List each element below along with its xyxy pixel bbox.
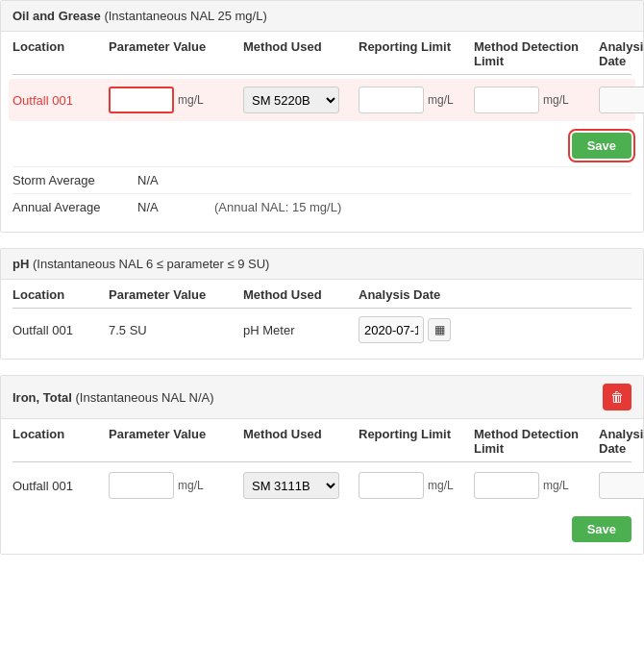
oil-grease-reporting-input[interactable] — [359, 87, 424, 113]
iron-section: Iron, Total (Instantaneous NAL N/A) 🗑 Lo… — [0, 375, 644, 555]
ph-col-method: Method Used — [243, 287, 359, 302]
oil-grease-mdl-input[interactable] — [474, 87, 539, 113]
oil-grease-reporting-unit: mg/L — [428, 93, 454, 107]
iron-reporting-input[interactable] — [359, 472, 424, 499]
iron-title: Iron, Total (Instantaneous NAL N/A) — [12, 390, 214, 405]
oil-grease-row: Outfall 001 mg/L SM 5220B EPA 1664A Othe… — [9, 79, 635, 121]
oil-grease-title: Oil and Grease (Instantaneous NAL 25 mg/… — [12, 9, 267, 23]
iron-mdl-cell: mg/L — [474, 472, 599, 499]
oil-grease-section: Oil and Grease (Instantaneous NAL 25 mg/… — [0, 0, 644, 233]
col-header-mdl: Method Detection Limit — [474, 39, 599, 68]
oil-grease-reporting-cell: mg/L — [359, 87, 474, 113]
iron-delete-button[interactable]: 🗑 — [603, 384, 632, 410]
iron-param-cell: mg/L — [109, 472, 243, 499]
ph-section: pH (Instantaneous NAL 6 ≤ parameter ≤ 9 … — [0, 248, 644, 360]
iron-date-input[interactable] — [599, 472, 644, 499]
ph-date-input[interactable] — [359, 316, 424, 343]
oil-grease-method-cell: SM 5220B EPA 1664A Other — [243, 87, 359, 113]
oil-grease-save-button[interactable]: Save — [572, 133, 632, 159]
oil-grease-location: Outfall 001 — [12, 93, 109, 108]
oil-grease-header: Oil and Grease (Instantaneous NAL 25 mg/… — [1, 1, 643, 32]
iron-save-row: Save — [12, 509, 632, 546]
ph-table-header: Location Parameter Value Method Used Ana… — [12, 280, 632, 309]
iron-col-location: Location — [12, 427, 109, 456]
iron-save-button[interactable]: Save — [572, 516, 632, 542]
iron-reporting-cell: mg/L — [359, 472, 474, 499]
oil-grease-mdl-cell: mg/L — [474, 87, 599, 113]
iron-row: Outfall 001 mg/L SM 3111B EPA 200.7 Othe… — [12, 462, 632, 509]
iron-table-header: Location Parameter Value Method Used Rep… — [12, 419, 632, 462]
iron-param-unit: mg/L — [178, 479, 204, 492]
oil-grease-method-select[interactable]: SM 5220B EPA 1664A Other — [243, 87, 339, 113]
iron-header: Iron, Total (Instantaneous NAL N/A) 🗑 — [1, 376, 643, 419]
iron-date-cell: ▦ — [599, 472, 644, 499]
col-header-reporting: Reporting Limit — [359, 39, 474, 68]
oil-grease-mdl-unit: mg/L — [543, 93, 569, 107]
oil-grease-date-cell: ▦ — [599, 87, 644, 113]
ph-param-value: 7.5 SU — [109, 323, 243, 337]
oil-grease-param-input[interactable] — [109, 87, 174, 113]
iron-reporting-unit: mg/L — [428, 479, 454, 492]
iron-col-method: Method Used — [243, 427, 359, 456]
ph-calendar-icon[interactable]: ▦ — [428, 318, 451, 341]
oil-grease-date-input[interactable] — [599, 87, 644, 113]
iron-mdl-input[interactable] — [474, 472, 539, 499]
ph-col-param: Parameter Value — [109, 287, 243, 302]
col-header-method: Method Used — [243, 39, 359, 68]
oil-grease-stats: Storm Average N/A Annual Average N/A (An… — [12, 162, 632, 224]
storm-average-row: Storm Average N/A — [12, 166, 632, 193]
ph-location: Outfall 001 — [12, 323, 109, 337]
ph-col-date: Analysis Date — [359, 287, 512, 302]
iron-col-param: Parameter Value — [109, 427, 243, 456]
oil-grease-save-row: Save — [12, 125, 632, 162]
annual-average-label: Annual Average — [12, 200, 137, 214]
iron-param-input[interactable] — [109, 472, 174, 499]
ph-title: pH (Instantaneous NAL 6 ≤ parameter ≤ 9 … — [12, 257, 269, 271]
iron-col-mdl: Method Detection Limit — [474, 427, 599, 456]
storm-average-label: Storm Average — [12, 173, 137, 187]
col-header-date: Analysis Date — [599, 39, 644, 68]
storm-average-value: N/A — [137, 173, 214, 187]
annual-average-note: (Annual NAL: 15 mg/L) — [214, 200, 341, 214]
ph-date-cell: ▦ — [359, 316, 512, 343]
iron-method-cell: SM 3111B EPA 200.7 Other — [243, 472, 359, 499]
ph-col-location: Location — [12, 287, 109, 302]
iron-location: Outfall 001 — [12, 479, 109, 493]
oil-grease-param-unit: mg/L — [178, 93, 204, 107]
ph-method-value: pH Meter — [243, 323, 359, 337]
oil-grease-table-header: Location Parameter Value Method Used Rep… — [12, 32, 632, 75]
iron-method-select[interactable]: SM 3111B EPA 200.7 Other — [243, 472, 339, 499]
ph-header: pH (Instantaneous NAL 6 ≤ parameter ≤ 9 … — [1, 249, 643, 280]
iron-col-date: Analysis Date — [599, 427, 644, 456]
ph-row: Outfall 001 7.5 SU pH Meter ▦ — [12, 309, 632, 351]
iron-mdl-unit: mg/L — [543, 479, 569, 492]
col-header-location: Location — [12, 39, 109, 68]
annual-average-row: Annual Average N/A (Annual NAL: 15 mg/L) — [12, 193, 632, 220]
annual-average-value: N/A — [137, 200, 214, 214]
col-header-param: Parameter Value — [109, 39, 243, 68]
oil-grease-param-cell: mg/L — [109, 87, 243, 113]
iron-col-reporting: Reporting Limit — [359, 427, 474, 456]
